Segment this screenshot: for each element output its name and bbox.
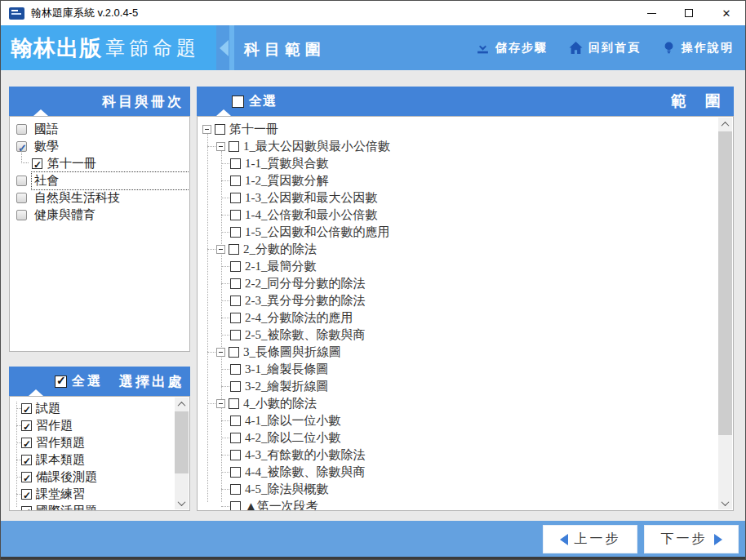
tree-node-label: 3-2_繪製折線圖 [243,378,329,395]
maximize-button[interactable] [670,1,708,25]
tree-node[interactable]: 4-5_除法與概數 [198,481,733,498]
tree-node[interactable]: 2-5_被除數、除數與商 [198,327,733,344]
next-step-button[interactable]: 下一步 [644,525,739,553]
tree-node[interactable]: 3_長條圖與折線圖 [198,344,733,361]
checkbox[interactable] [230,433,241,443]
checkbox[interactable] [230,158,241,169]
checkbox[interactable] [229,141,239,152]
tree-node[interactable]: 1-1_質數與合數 [198,155,733,172]
source-item[interactable]: 課堂練習 [10,486,189,503]
checkbox[interactable] [230,467,241,478]
tree-node[interactable]: 第十一冊 [198,121,733,138]
tree-node[interactable]: 2-2_同分母分數的除法 [198,275,733,292]
tree-node[interactable]: 1-2_質因數分解 [198,172,733,189]
checkbox[interactable] [229,398,239,409]
subject-item[interactable]: 國語 [10,121,189,138]
source-item[interactable]: 試題 [10,400,189,417]
tree-node[interactable]: 4-2_除以二位小數 [198,429,733,447]
previous-step-button[interactable]: 上一步 [543,525,637,553]
panel-notch [33,109,48,116]
scroll-up-button[interactable] [718,118,732,131]
checkbox[interactable] [230,484,241,495]
checkbox[interactable] [21,455,32,465]
collapse-expander-icon[interactable] [216,142,225,151]
tree-node[interactable]: 1-3_公因數和最大公因數 [198,189,733,207]
tree-node[interactable]: 2-4_分數除法的應用 [198,309,733,327]
checkbox[interactable] [230,227,241,238]
scroll-thumb[interactable] [175,411,189,473]
checkbox[interactable] [16,210,27,220]
checkbox[interactable] [21,489,32,500]
help-button[interactable]: 操作說明 [662,41,734,56]
checkbox[interactable] [230,210,241,220]
scroll-up-button[interactable] [175,398,189,411]
checkbox[interactable] [230,501,241,511]
title-bar[interactable]: 翰林題庫系統 v.2.0.4-5 ✕ [1,1,745,25]
checkbox[interactable] [230,450,241,460]
scroll-down-button[interactable] [175,496,189,509]
tree-node[interactable]: 4-3_有餘數的小數除法 [198,447,733,464]
checkbox[interactable] [16,124,27,135]
tree-scrollbar[interactable] [718,118,732,509]
subjects-panel-title: 科目與冊次 [102,92,184,111]
sources-select-all-checkbox[interactable] [55,376,67,388]
collapse-expander-icon[interactable] [216,399,225,408]
source-item[interactable]: 習作題 [10,417,189,434]
checkbox[interactable] [230,278,241,289]
checkbox[interactable] [21,420,32,431]
tree-node[interactable]: 3-1_繪製長條圖 [198,361,733,378]
checkbox[interactable] [21,506,32,511]
checkbox[interactable] [21,438,32,448]
tree-node[interactable]: 4-1_除以一位小數 [198,412,733,429]
tree-node[interactable]: 3-2_繪製折線圖 [198,378,733,395]
checkbox[interactable] [32,158,42,169]
subject-item[interactable]: 自然與生活科技 [10,189,189,207]
checkbox[interactable] [21,403,32,414]
sources-scrollbar[interactable] [175,398,189,509]
checkbox[interactable] [230,381,241,392]
source-label: 國際活用題 [34,503,97,511]
scroll-thumb[interactable] [718,131,732,435]
tree-node[interactable]: 2_分數的除法 [198,241,733,258]
home-icon [569,41,583,55]
minimize-button[interactable] [633,1,670,25]
source-item[interactable]: 國際活用題 [10,503,189,511]
subject-item[interactable]: 社會 [10,172,189,189]
collapse-expander-icon[interactable] [216,245,225,254]
checkbox[interactable] [16,193,27,203]
tree-node[interactable]: 4_小數的除法 [198,395,733,412]
tree-node[interactable]: 2-3_異分母分數的除法 [198,292,733,309]
collapse-expander-icon[interactable] [216,348,225,357]
checkbox[interactable] [230,330,241,340]
close-button[interactable]: ✕ [708,1,745,25]
checkbox[interactable] [230,176,241,186]
checkbox[interactable] [229,347,239,358]
checkbox[interactable] [230,296,241,306]
checkbox[interactable] [230,193,241,203]
checkbox[interactable] [215,124,225,135]
checkbox[interactable] [230,261,241,272]
checkbox[interactable] [21,472,32,482]
checkbox[interactable] [230,416,241,426]
tree-node[interactable]: ▲第一次段考 [198,498,733,511]
scope-select-all-checkbox[interactable] [232,96,244,108]
subject-item[interactable]: 健康與體育 [10,207,189,224]
checkbox[interactable] [230,313,241,323]
collapse-expander-icon[interactable] [202,125,211,134]
subject-item[interactable]: 數學 [10,138,189,155]
checkbox[interactable] [229,244,239,255]
subject-item[interactable]: 第十一冊 [10,155,189,172]
tree-node[interactable]: 1-4_公倍數和最小公倍數 [198,207,733,224]
tree-node[interactable]: 1_最大公因數與最小公倍數 [198,138,733,155]
source-item[interactable]: 習作類題 [10,434,189,451]
source-item[interactable]: 課本類題 [10,451,189,469]
tree-node[interactable]: 2-1_最簡分數 [198,258,733,275]
tree-node[interactable]: 1-5_公因數和公倍數的應用 [198,224,733,241]
save-steps-button[interactable]: 儲存步驟 [476,41,548,56]
tree-node[interactable]: 4-4_被除數、除數與商 [198,464,733,481]
checkbox[interactable] [16,176,27,186]
scroll-down-button[interactable] [718,496,732,509]
checkbox[interactable] [230,364,241,375]
source-item[interactable]: 備課後測題 [10,469,189,486]
home-button[interactable]: 回到首頁 [569,41,641,56]
